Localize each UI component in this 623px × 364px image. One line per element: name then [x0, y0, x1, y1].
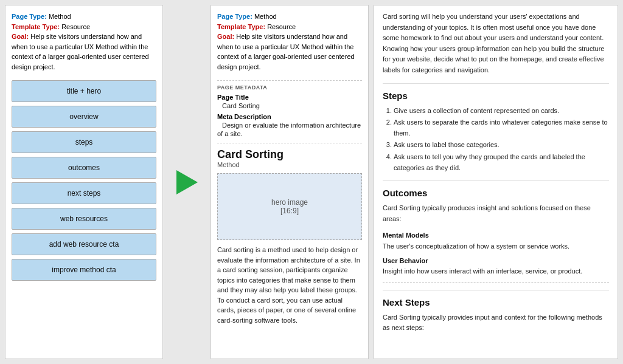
step-item: Ask users to tell you why they grouped t…: [394, 152, 609, 173]
step-item: Ask users to label those categories.: [394, 140, 609, 151]
arrow-area: [165, 0, 208, 364]
page-title-val: Card Sorting: [222, 102, 260, 109]
next-steps-title: Next Steps: [383, 290, 609, 310]
middle-goal-label: Goal:: [217, 33, 234, 40]
right-panel: Card sorting will help you understand yo…: [374, 5, 618, 359]
nav-item[interactable]: steps: [12, 131, 156, 153]
outcome-item: User BehaviorInsight into how users inte…: [383, 256, 609, 277]
outcome-items: Mental ModelsThe user's conceptualizatio…: [383, 230, 609, 276]
step-item: Ask users to separate the cards into wha…: [394, 117, 609, 139]
meta-desc-key: Meta Description: [217, 113, 271, 120]
left-panel: Page Type: Method Template Type: Resourc…: [5, 5, 163, 359]
hero-placeholder: hero image [16:9]: [217, 173, 362, 240]
hero-placeholder-text: hero image: [271, 198, 308, 207]
page-type-label: Page Type:: [12, 13, 47, 20]
outcomes-title: Outcomes: [383, 180, 609, 201]
page-type-value: Method: [49, 13, 71, 20]
nav-item[interactable]: overview: [12, 106, 156, 128]
card-title: Card Sorting: [217, 148, 362, 161]
page-metadata-label: PAGE METADATA: [217, 80, 362, 91]
meta-desc-field: Meta Description Design or evaluate the …: [217, 112, 362, 138]
outcome-item: Mental ModelsThe user's conceptualizatio…: [383, 230, 609, 252]
outcome-sub-title: User Behavior: [383, 256, 609, 267]
template-type-label: Template Type:: [12, 23, 60, 30]
middle-page-type-label: Page Type:: [217, 13, 252, 20]
nav-item[interactable]: outcomes: [12, 157, 156, 179]
outcome-sub-title: Mental Models: [383, 230, 609, 241]
nav-item[interactable]: add web resource cta: [12, 233, 156, 255]
arrow-right-icon: [176, 170, 198, 194]
outcome-sub-text: The user's conceptualization of how a sy…: [383, 241, 609, 252]
hero-ratio: [16:9]: [280, 207, 299, 215]
card-body-text: Card sorting is a method used to help de…: [217, 245, 362, 325]
nav-items: title + herooverviewstepsoutcomesnext st…: [12, 80, 156, 281]
middle-template-type-label: Template Type:: [217, 23, 265, 30]
nav-item[interactable]: web resources: [12, 208, 156, 230]
goal-value: Help site visitors understand how and wh…: [12, 33, 149, 70]
nav-item[interactable]: next steps: [12, 182, 156, 204]
steps-title: Steps: [383, 83, 609, 103]
page-title-key: Page Title: [217, 94, 249, 101]
steps-list: Give users a collection of content repre…: [394, 106, 609, 174]
left-meta: Page Type: Method Template Type: Resourc…: [12, 12, 156, 72]
goal-label: Goal:: [12, 33, 29, 40]
outcomes-intro: Card Sorting typically produces insight …: [383, 203, 609, 224]
step-item: Give users a collection of content repre…: [394, 106, 609, 117]
outcome-sub-text: Insight into how users interact with an …: [383, 266, 609, 277]
meta-desc-val: Design or evaluate the information archi…: [217, 122, 361, 137]
middle-meta: Page Type: Method Template Type: Resourc…: [217, 12, 362, 72]
middle-goal-value: Help site visitors understand how and wh…: [217, 33, 355, 70]
template-type-value: Resource: [61, 23, 90, 30]
page-title-field: Page Title Card Sorting: [217, 93, 362, 110]
intro-paragraph: Card sorting will help you understand yo…: [383, 12, 609, 76]
card-type: Method: [217, 161, 362, 168]
nav-item[interactable]: improve method cta: [12, 259, 156, 281]
middle-template-type-value: Resource: [267, 23, 296, 30]
next-steps-text: Card Sorting typically provides input an…: [383, 312, 609, 334]
middle-panel: Page Type: Method Template Type: Resourc…: [211, 5, 369, 359]
middle-page-type-value: Method: [254, 13, 277, 20]
nav-item[interactable]: title + hero: [12, 80, 156, 102]
